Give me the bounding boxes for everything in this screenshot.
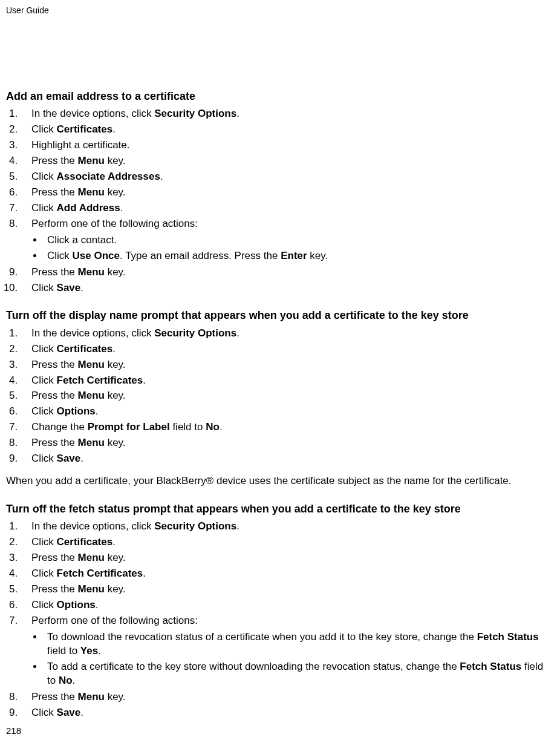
substep: Click a contact.	[44, 234, 554, 247]
bold: Options	[57, 405, 96, 417]
text: Press the	[31, 390, 78, 401]
text: key.	[307, 250, 328, 261]
text: . Type an email address. Press the	[120, 250, 281, 261]
step: Press the Menu key.	[21, 154, 554, 168]
bold: Yes	[80, 645, 98, 656]
text: Click	[31, 202, 57, 214]
bold: Save	[57, 707, 81, 718]
substep: To add a certificate to the key store wi…	[44, 660, 554, 688]
text: .	[120, 202, 123, 214]
text: In the device options, click	[31, 520, 154, 532]
text: .	[143, 568, 146, 579]
text: key.	[105, 266, 126, 278]
text: key.	[105, 186, 126, 198]
section2-steps: In the device options, click Security Op…	[21, 327, 554, 466]
text: Click	[31, 282, 57, 293]
text: field to	[170, 421, 206, 433]
bold: Add Address	[57, 202, 120, 214]
text: Click	[31, 453, 57, 464]
text: .	[160, 171, 163, 182]
text: .	[236, 108, 239, 119]
text: Click	[31, 343, 57, 355]
step: In the device options, click Security Op…	[21, 107, 554, 121]
text: Click	[31, 171, 57, 182]
step: Click Certificates.	[21, 535, 554, 549]
text: key.	[105, 390, 126, 401]
step: Perform one of the following actions: To…	[21, 614, 554, 688]
bold: Security Options	[154, 520, 236, 532]
bold: Menu	[78, 691, 105, 702]
bold: Menu	[78, 583, 105, 595]
step: Click Certificates.	[21, 123, 554, 137]
section2-note: When you add a certificate, your BlackBe…	[6, 474, 554, 488]
page-number: 218	[6, 725, 21, 737]
bold: Menu	[78, 155, 105, 166]
step: In the device options, click Security Op…	[21, 327, 554, 341]
step: Press the Menu key.	[21, 583, 554, 597]
step: Click Save.	[21, 706, 554, 720]
bold: No	[59, 675, 73, 686]
text: Click	[31, 707, 57, 718]
section1-steps: In the device options, click Security Op…	[21, 107, 554, 295]
text: Click	[31, 405, 57, 417]
bold: Security Options	[154, 327, 236, 339]
text: .	[143, 375, 146, 386]
text: .	[96, 599, 99, 610]
text: Click	[31, 568, 57, 579]
bold: Associate Addresses	[57, 171, 160, 182]
section3-steps: In the device options, click Security Op…	[21, 520, 554, 719]
bold: Menu	[78, 552, 105, 563]
text: .	[236, 520, 239, 532]
bold: Certificates	[57, 343, 113, 355]
step: Click Save.	[21, 452, 554, 466]
section-title-turn-off-fetch-status-prompt: Turn off the fetch status prompt that ap…	[6, 502, 554, 516]
bold: Save	[57, 282, 81, 293]
bold: Use Once	[73, 250, 120, 261]
text: .	[73, 675, 76, 686]
step: Click Associate Addresses.	[21, 170, 554, 184]
page: User Guide Add an email address to a cer…	[0, 0, 560, 743]
text: Click	[47, 250, 73, 261]
bold: Security Options	[154, 108, 236, 119]
text: Click	[31, 599, 57, 610]
text: key.	[105, 359, 126, 370]
bold: Menu	[78, 186, 105, 198]
text: .	[98, 645, 101, 656]
bold: Menu	[78, 437, 105, 448]
step: Change the Prompt for Label field to No.	[21, 421, 554, 434]
text: .	[236, 327, 239, 339]
text: Click	[31, 536, 57, 548]
text: Press the	[31, 155, 78, 166]
text: field to	[47, 645, 80, 656]
bold: Certificates	[57, 123, 113, 135]
substep: Click Use Once. Type an email address. P…	[44, 249, 554, 263]
bold: Fetch Status	[460, 661, 521, 672]
step: Press the Menu key.	[21, 436, 554, 450]
text: .	[112, 123, 116, 135]
substeps: To download the revocation status of a c…	[44, 630, 554, 688]
step: Click Save.	[21, 281, 554, 295]
text: .	[220, 421, 223, 433]
step: Press the Menu key.	[21, 186, 554, 200]
bold: Menu	[78, 359, 105, 370]
step: Click Add Address.	[21, 201, 554, 215]
page-content: Add an email address to a certificate In…	[6, 89, 554, 720]
bold: Options	[57, 599, 96, 610]
text: Click	[31, 123, 57, 135]
text: key.	[105, 155, 126, 166]
text: .	[112, 343, 116, 355]
bold: Fetch Certificates	[57, 375, 143, 386]
text: Press the	[31, 437, 78, 448]
bold: Menu	[78, 266, 105, 278]
text: .	[96, 405, 99, 417]
page-header: User Guide	[6, 5, 554, 16]
step: Press the Menu key.	[21, 389, 554, 403]
step: Click Options.	[21, 598, 554, 612]
text: .	[80, 453, 83, 464]
bold: Prompt for Label	[88, 421, 170, 433]
bold: No	[206, 421, 220, 433]
step: In the device options, click Security Op…	[21, 520, 554, 534]
text: To download the revocation status of a c…	[47, 631, 477, 643]
step: Click Fetch Certificates.	[21, 374, 554, 388]
step: Press the Menu key.	[21, 551, 554, 565]
